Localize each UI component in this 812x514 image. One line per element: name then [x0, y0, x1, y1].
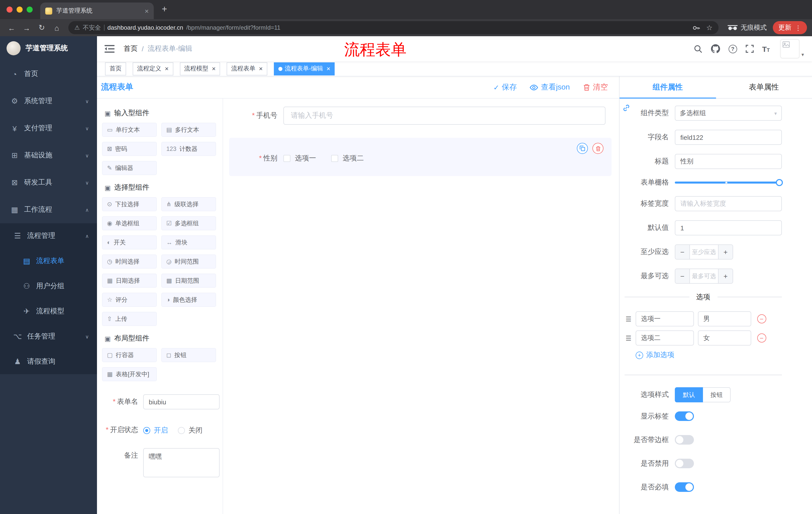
toggle-switch[interactable]: [675, 482, 694, 492]
toggle-switch[interactable]: [675, 459, 694, 468]
add-option-button[interactable]: + 添加选项: [636, 351, 782, 360]
component-type-select[interactable]: 多选框组 ▾: [675, 106, 782, 121]
address-bar[interactable]: ⚠ 不安全 dashboard.yudao.iocoder.cn/bpm/man…: [68, 21, 719, 34]
search-icon[interactable]: [694, 45, 702, 53]
component-chip[interactable]: ✎ 编辑器: [102, 161, 157, 175]
close-icon[interactable]: ×: [212, 65, 215, 72]
checkbox-icon[interactable]: [283, 155, 290, 162]
sidebar-item[interactable]: ◔ 首页: [0, 60, 97, 87]
back-icon[interactable]: ←: [5, 21, 18, 34]
style-default-button[interactable]: 默认: [675, 387, 703, 402]
component-chip[interactable]: ▢ 行容器: [102, 348, 157, 362]
plus-button[interactable]: +: [719, 245, 733, 259]
duplicate-field-button[interactable]: [577, 143, 588, 154]
style-button-button[interactable]: 按钮: [703, 387, 731, 402]
font-size-icon[interactable]: TT: [762, 45, 770, 53]
checkbox-option[interactable]: 选项二: [331, 154, 364, 163]
phone-field-row[interactable]: 手机号 请输入手机号: [229, 107, 611, 125]
remove-option-button[interactable]: −: [757, 333, 766, 343]
delete-field-button[interactable]: [592, 143, 604, 154]
form-name-input[interactable]: biubiu: [143, 394, 220, 409]
grid-slider[interactable]: [675, 179, 780, 187]
maximize-window-button[interactable]: [27, 6, 33, 12]
component-chip[interactable]: ◐ 开关: [102, 235, 157, 249]
github-icon[interactable]: [711, 44, 720, 53]
bookmark-star-icon[interactable]: ☆: [706, 24, 713, 32]
fullscreen-icon[interactable]: [746, 45, 753, 53]
component-chip[interactable]: ☑ 多选框组: [161, 216, 216, 231]
minus-button[interactable]: −: [675, 269, 689, 283]
properties-tab[interactable]: 组件属性: [619, 77, 716, 98]
close-window-button[interactable]: [6, 6, 12, 12]
sidebar-item[interactable]: ⚙ 系统管理 ∨: [0, 87, 97, 115]
sidebar-item[interactable]: ✈ 流程模型: [0, 299, 97, 324]
status-on-radio[interactable]: 开启: [143, 423, 168, 435]
component-chip[interactable]: ☆ 评分: [102, 293, 157, 307]
component-chip[interactable]: ▭ 单行文本: [102, 123, 157, 137]
component-chip[interactable]: ⇧ 上传: [102, 312, 157, 326]
user-avatar[interactable]: ▾: [780, 39, 804, 58]
component-chip[interactable]: 123 计数器: [161, 142, 216, 156]
component-chip[interactable]: ▩ 日期范围: [161, 274, 216, 288]
tags-view-tab[interactable]: 流程定义 ×: [133, 62, 173, 75]
option-value-input[interactable]: 女: [698, 330, 751, 346]
hamburger-icon[interactable]: [105, 44, 116, 54]
sidebar-item[interactable]: ⚇ 用户分组: [0, 274, 97, 299]
tab-close-icon[interactable]: ×: [145, 7, 149, 14]
status-off-radio[interactable]: 关闭: [178, 423, 203, 435]
new-tab-button[interactable]: +: [162, 4, 167, 13]
gender-field-row-selected[interactable]: 性别 选项一: [229, 138, 611, 176]
drag-handle-icon[interactable]: ☰: [626, 334, 631, 342]
component-chip[interactable]: ◶ 时间范围: [161, 254, 216, 269]
browser-menu-icon[interactable]: ⋮: [795, 24, 802, 31]
form-canvas[interactable]: 手机号 请输入手机号 性别: [223, 99, 619, 514]
max-select-input[interactable]: 最多可选: [689, 269, 719, 283]
option-name-input[interactable]: 选项二: [635, 330, 694, 346]
link-icon[interactable]: [622, 104, 631, 114]
component-chip[interactable]: ▦ 日期选择: [102, 274, 157, 288]
minus-button[interactable]: −: [675, 245, 689, 259]
component-chip[interactable]: ◉ 单选框组: [102, 216, 157, 231]
forward-icon[interactable]: →: [20, 21, 33, 34]
breadcrumb-home[interactable]: 首页: [124, 44, 138, 53]
min-select-input[interactable]: 至少应选: [689, 245, 719, 259]
option-value-input[interactable]: 男: [698, 311, 751, 326]
slider-handle[interactable]: [776, 179, 783, 186]
component-chip[interactable]: ⊙ 下拉选择: [102, 197, 157, 211]
sidebar-item[interactable]: ♟ 请假查询: [0, 349, 97, 374]
component-chip[interactable]: ⊠ 密码: [102, 142, 157, 156]
sidebar-item[interactable]: ¥ 支付管理 ∨: [0, 115, 97, 142]
clear-button[interactable]: 清空: [583, 82, 608, 92]
phone-input[interactable]: 请输入手机号: [283, 107, 606, 125]
option-name-input[interactable]: 选项一: [635, 311, 694, 326]
sidebar-item[interactable]: ⌥ 任务管理 ∨: [0, 324, 97, 349]
component-chip[interactable]: ↔ 滑块: [161, 235, 216, 249]
field-name-input[interactable]: field122: [675, 130, 782, 145]
tags-view-tab[interactable]: 流程模型 ×: [180, 62, 220, 75]
home-icon[interactable]: ⌂: [50, 21, 63, 34]
tags-view-tab[interactable]: 首页 ×: [105, 62, 126, 75]
tags-view-tab[interactable]: 流程表单 ×: [227, 62, 267, 75]
key-icon[interactable]: [693, 24, 700, 31]
plus-button[interactable]: +: [719, 269, 733, 283]
checkbox-icon[interactable]: [331, 155, 338, 162]
sidebar-item[interactable]: ▤ 流程表单: [0, 248, 97, 274]
properties-tab[interactable]: 表单属性: [716, 77, 812, 98]
close-icon[interactable]: ×: [259, 65, 263, 72]
toggle-switch[interactable]: [675, 435, 694, 444]
component-chip[interactable]: ◻ 按钮: [161, 348, 216, 362]
update-button[interactable]: 更新 ⋮: [773, 21, 807, 34]
component-chip[interactable]: ◷ 时间选择: [102, 254, 157, 269]
toggle-switch[interactable]: [675, 411, 694, 421]
title-input[interactable]: 性别: [675, 154, 782, 169]
save-button[interactable]: ✓ 保存: [493, 82, 517, 92]
component-chip[interactable]: ▤ 多行文本: [161, 123, 216, 137]
drag-handle-icon[interactable]: ☰: [626, 315, 631, 323]
component-chip[interactable]: ⋔ 级联选择: [161, 197, 216, 211]
sidebar-item[interactable]: ▦ 工作流程 ∧: [0, 196, 97, 223]
minimize-window-button[interactable]: [17, 6, 23, 12]
close-icon[interactable]: ×: [327, 65, 330, 72]
view-json-button[interactable]: 查看json: [530, 82, 570, 92]
help-icon[interactable]: ?: [728, 45, 737, 53]
tags-view-tab[interactable]: 流程表单-编辑 ×: [274, 62, 335, 75]
